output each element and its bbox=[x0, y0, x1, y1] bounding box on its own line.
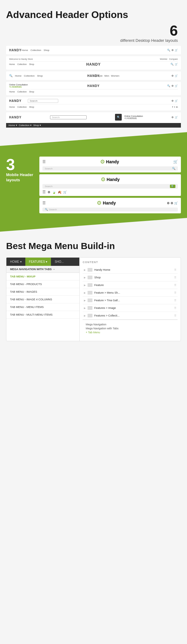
ci-icon-1 bbox=[88, 276, 92, 279]
search-icon-4: 🔍 bbox=[167, 85, 170, 87]
cart-icon-4: 🛒 bbox=[175, 85, 178, 87]
section-mega: Best Mega Menu Build-in HOME ▾ FEATURES … bbox=[0, 232, 187, 347]
header-layout-6: HANDY Search 🔍 Online Consultation +1 81… bbox=[6, 112, 181, 128]
mega-title: Best Mega Menu Build-in bbox=[6, 241, 181, 251]
nav-shop[interactable]: SHO... bbox=[51, 258, 67, 266]
search-icon-3: 🔍 bbox=[9, 74, 13, 77]
bottom-link-0[interactable]: Mega Navigation bbox=[86, 323, 174, 326]
header-cards-container: HANDY Home Collection Shop 🔍 ⚙ 🛒 Welcome… bbox=[0, 46, 187, 128]
mega-menu-demo: HOME ▾ FEATURES ▾ SHO... MEGA NAVIGATION… bbox=[6, 257, 181, 341]
ci-icon-4 bbox=[88, 298, 92, 302]
header-logo-2: HANDY bbox=[86, 62, 101, 67]
mobile-section: 3 Mobile Header layouts ☰ ⚙ Handy 🛒 bbox=[6, 157, 181, 213]
header-nav-1: Home Collection Shop bbox=[22, 49, 49, 52]
arrow-icon-5: ▶ bbox=[84, 307, 86, 309]
drag-icon-0: ⠿ bbox=[174, 268, 176, 272]
ci-icon-3 bbox=[88, 291, 92, 295]
settings-icon-6: ⚙ bbox=[171, 116, 174, 119]
header-logo-5: HANDY bbox=[9, 99, 22, 103]
cart-icon-5: 🛒 bbox=[175, 99, 178, 102]
menu-item-4[interactable]: TAB MENU - MENU ITEMS bbox=[6, 303, 79, 311]
header-logo-4: HANDY bbox=[87, 84, 100, 88]
menu-right-panel: CONTENT ▶ Handy Home ⠿ ▶ Shop ⠿ ▶ Featur… bbox=[80, 258, 181, 341]
content-item-1: ▶ Shop ⠿ bbox=[83, 274, 178, 281]
mega-nav-label: MEGA NAVIGATION WITH TABS → bbox=[6, 266, 79, 273]
header-logo-6: HANDY bbox=[9, 116, 22, 119]
arrow-icon-0: ▶ bbox=[84, 269, 86, 271]
section-header: Advanced Header Options 6 different Desk… bbox=[0, 0, 187, 43]
desktop-sub: different Desktop Header layouts bbox=[6, 38, 178, 43]
drag-icon-2: ⠿ bbox=[174, 284, 176, 287]
header-layout-2: Welcome to Handy Store Wishlist Compare … bbox=[6, 56, 181, 70]
settings-icon-3: ⚙ bbox=[171, 74, 174, 77]
desktop-count-area: 6 different Desktop Header layouts bbox=[6, 24, 181, 43]
arrow-icon-1: ▶ bbox=[84, 276, 86, 279]
header-layout-3: 🔍 Home Collection Shop HANDY Couple Men … bbox=[6, 71, 181, 80]
header-layout-5: HANDY ⚙ 🛒 Home Collection Shop f t in bbox=[6, 97, 181, 110]
arrow-icon-2: ▶ bbox=[84, 284, 86, 287]
green-section: 3 Mobile Header layouts ☰ ⚙ Handy 🛒 bbox=[0, 132, 187, 232]
drag-icon-6: ⠿ bbox=[174, 314, 176, 317]
cart-icon-6: 🛒 bbox=[175, 116, 178, 119]
menu-item-3[interactable]: TAB MENU - IMAGE 4 COLUMNS bbox=[6, 296, 79, 303]
green-content: 3 Mobile Header layouts ☰ ⚙ Handy 🛒 bbox=[0, 132, 187, 232]
header-nav-2: Home Collection Shop HANDY 🔍 🛒 bbox=[9, 63, 178, 66]
drag-icon-5: ⠿ bbox=[174, 306, 176, 310]
search-icon: 🔍 bbox=[167, 49, 170, 52]
header-logo-3: HANDY bbox=[87, 74, 100, 78]
drag-icon-4: ⠿ bbox=[174, 299, 176, 302]
search-input-5[interactable] bbox=[28, 99, 58, 103]
header-layout-1: HANDY Home Collection Shop 🔍 ⚙ 🛒 bbox=[6, 46, 181, 54]
content-item-4: ▶ Feature > Tina Gall... ⠿ bbox=[83, 297, 178, 304]
menu-left-panel: HOME ▾ FEATURES ▾ SHO... MEGA NAVIGATION… bbox=[6, 258, 80, 341]
settings-icon: ⚙ bbox=[171, 49, 174, 52]
content-item-3: ▶ Feature > Menu Sh... ⠿ bbox=[83, 289, 178, 297]
search-icon-m1: 🔍 bbox=[172, 167, 175, 170]
settings-icon-4: ⚙ bbox=[171, 85, 174, 87]
hamburger-icon-2: ☰ bbox=[42, 190, 46, 194]
mobile-card-3: ☰ ⚙ Handy ⚙ ⚙ 🛒 🔍 Search bbox=[39, 198, 181, 213]
nav-features[interactable]: FEATURES ▾ bbox=[25, 258, 51, 266]
settings-icon-5: ⚙ bbox=[171, 99, 174, 102]
cart-icon-3: 🛒 bbox=[175, 74, 178, 77]
bottom-link-1[interactable]: Mega Navigation with Tabs bbox=[86, 327, 174, 330]
ci-icon-6 bbox=[88, 314, 92, 317]
page-title: Advanced Header Options bbox=[6, 9, 181, 20]
content-item-2: ▶ Feature ⠿ bbox=[83, 281, 178, 289]
arrow-icon-6: ▶ bbox=[84, 314, 86, 317]
mobile-card-2: ⚙ Handy Search 🔍 ☰ ⚙ 🍃 🍂 🛒 bbox=[39, 174, 181, 196]
desktop-count: 6 bbox=[6, 24, 178, 38]
hamburger-icon-1: ☰ bbox=[42, 160, 46, 164]
content-label: CONTENT bbox=[83, 261, 178, 264]
bottom-link-2[interactable]: + Tab Menu bbox=[86, 331, 174, 334]
drag-icon-1: ⠿ bbox=[174, 276, 176, 279]
header-icons-1: 🔍 ⚙ 🛒 bbox=[167, 49, 178, 52]
nav-home[interactable]: HOME ▾ bbox=[6, 258, 25, 266]
search-icon-m3: 🔍 bbox=[45, 208, 48, 211]
header-topbar-2: Welcome to Handy Store Wishlist Compare bbox=[9, 58, 178, 62]
menu-item-5[interactable]: TAB MENU - MULTI MENU ITEMS bbox=[6, 311, 79, 319]
ci-icon-5 bbox=[88, 306, 92, 310]
menu-bottom-links: Mega Navigation Mega Navigation with Tab… bbox=[83, 320, 178, 338]
menu-nav-bar: HOME ▾ FEATURES ▾ SHO... bbox=[6, 258, 79, 266]
menu-item-2[interactable]: TAB MENU - IMAGES bbox=[6, 288, 79, 296]
content-item-0: ▶ Handy Home ⠿ bbox=[83, 266, 178, 274]
header-icons-2: 🔍 🛒 bbox=[171, 63, 178, 66]
ci-icon-2 bbox=[88, 283, 92, 287]
cart-icon: 🛒 bbox=[175, 49, 178, 52]
mobile-cards: ☰ ⚙ Handy 🛒 Search 🔍 bbox=[39, 157, 181, 213]
search-icon-2: 🔍 bbox=[171, 63, 174, 66]
drag-icon-3: ⠿ bbox=[174, 291, 176, 295]
cart-icon-m1: 🛒 bbox=[173, 160, 178, 164]
bottom-triangle bbox=[0, 218, 187, 232]
menu-item-1[interactable]: TAB MENU - PRODUCTS bbox=[6, 280, 79, 288]
search-btn-m2: 🔍 bbox=[170, 185, 175, 188]
menu-item-0[interactable]: TAB MENU - MIXUP bbox=[6, 273, 79, 280]
arrow-icon-4: ▶ bbox=[84, 299, 86, 302]
header-layout-4: Online Consultation +1 81929181 HANDY 🔍 … bbox=[6, 82, 181, 95]
content-item-5: ▶ Features > Image ⠿ bbox=[83, 304, 178, 312]
arrow-icon-3: ▶ bbox=[84, 291, 86, 294]
header-logo-1: HANDY bbox=[9, 49, 22, 52]
cart-icon-2: 🛒 bbox=[175, 63, 178, 66]
ci-icon-0 bbox=[88, 268, 92, 272]
